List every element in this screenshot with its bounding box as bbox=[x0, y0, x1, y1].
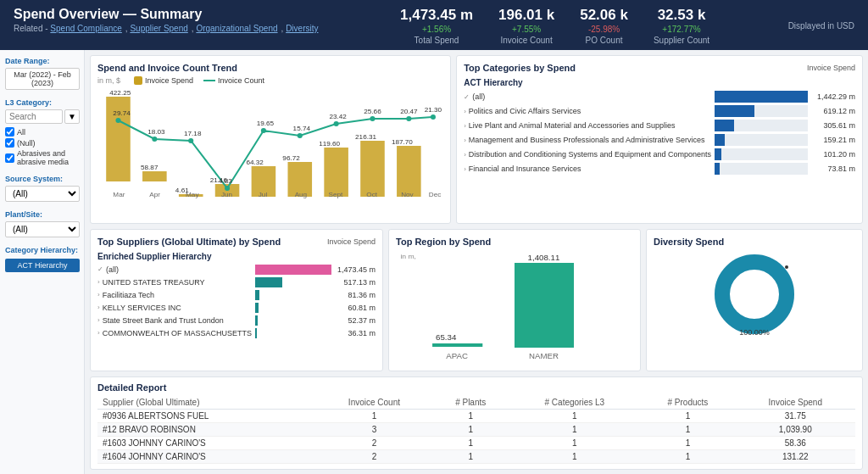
sup-row-treasury[interactable]: › UNITED STATES TREASURY 517.13 m bbox=[97, 277, 376, 287]
cell-supplier: #1603 JOHNNY CARINO'S bbox=[97, 437, 316, 450]
legend-invoice-spend: Invoice Spend bbox=[134, 76, 193, 85]
cat-bar-finance bbox=[715, 163, 720, 175]
metric-invoice-count: 196.01 k +7.55% Invoice Count bbox=[498, 7, 554, 45]
plant-site-label: Plant/Site: bbox=[5, 210, 79, 219]
checkbox-all-input[interactable] bbox=[5, 127, 14, 137]
chart-legend: in m, $ Invoice Spend Invoice Count bbox=[97, 76, 443, 85]
category-hierarchy-btn[interactable]: ACT Hierarchy bbox=[5, 259, 80, 272]
sup-value-treasury: 517.13 m bbox=[335, 278, 376, 287]
detailed-report-title: Detailed Report bbox=[97, 382, 855, 393]
source-system-select[interactable]: (All) bbox=[5, 186, 80, 202]
cat-row-politics[interactable]: › Politics and Civic Affairs Services 61… bbox=[464, 105, 855, 117]
l3-category-label: L3 Category: bbox=[5, 98, 79, 107]
main-content: Date Range: Mar (2022) - Feb (2023) L3 C… bbox=[0, 50, 868, 474]
svg-text:187.70: 187.70 bbox=[392, 138, 413, 146]
cat-row-finance[interactable]: › Financial and Insurance Services 73.81… bbox=[464, 163, 855, 175]
cat-row-plant[interactable]: › Live Plant and Animal Material and Acc… bbox=[464, 120, 855, 131]
svg-rect-7 bbox=[360, 141, 385, 197]
chevron-icon-all: ✓ bbox=[464, 93, 470, 101]
date-range-value[interactable]: Mar (2022) - Feb (2023) bbox=[5, 68, 80, 90]
sup-bar-commonwealth-bg bbox=[255, 328, 331, 338]
chevron-sup-statestreet: › bbox=[97, 316, 100, 324]
source-system-label: Source System: bbox=[5, 175, 79, 183]
table-row[interactable]: #1603 JOHNNY CARINO'S 2 1 1 1 58.36 bbox=[97, 437, 855, 450]
cell-plants: 1 bbox=[432, 450, 509, 464]
table-row[interactable]: #0936 ALBERTSONS FUEL 1 1 1 1 31.75 bbox=[97, 410, 855, 423]
invoice-count-change: +7.55% bbox=[498, 25, 554, 34]
diversity-title: Diversity Spend bbox=[654, 237, 855, 247]
diversity-spend-card: Diversity Spend 100.00% bbox=[646, 229, 863, 371]
svg-rect-6 bbox=[324, 148, 348, 197]
category-hierarchy-label: Category Hierarchy: bbox=[5, 246, 79, 254]
top-suppliers-card: Top Suppliers (Global Ultimate) by Spend… bbox=[90, 229, 383, 371]
cat-name-dist: Distribution and Conditioning Systems an… bbox=[469, 150, 711, 159]
svg-text:Mar: Mar bbox=[113, 191, 125, 198]
main-content-area: Spend and Invoice Count Trend in m, $ In… bbox=[85, 50, 868, 474]
table-row[interactable]: #12 BRAVO ROBINSON 3 1 1 1 1,039.90 bbox=[97, 423, 855, 437]
cell-products: 1 bbox=[640, 410, 735, 423]
svg-point-13 bbox=[261, 128, 266, 133]
cat-bar-all bbox=[715, 91, 808, 103]
donut-chart-svg: 100.00% bbox=[704, 250, 805, 343]
invoice-spend-header: Invoice Spend bbox=[807, 64, 855, 72]
metric-supplier-count: 32.53 k +172.77% Supplier Count bbox=[654, 7, 709, 45]
svg-point-59 bbox=[785, 265, 788, 269]
act-hierarchy-label: ACT Hierarchy bbox=[464, 78, 855, 87]
sup-row-kelly[interactable]: › KELLY SERVICES INC 60.81 m bbox=[97, 303, 376, 313]
sup-row-facilitiaza[interactable]: › Facilitiaza Tech 81.36 m bbox=[97, 290, 376, 300]
svg-text:Apr: Apr bbox=[149, 191, 160, 198]
filter-icon-btn[interactable]: ▼ bbox=[64, 109, 80, 124]
cat-row-dist[interactable]: › Distribution and Conditioning Systems … bbox=[464, 148, 855, 160]
checkbox-null-input[interactable] bbox=[5, 138, 14, 148]
chevron-sup-facilitiaza: › bbox=[97, 291, 100, 298]
supplier-count-label: Supplier Count bbox=[654, 36, 709, 45]
col-plants: # Plants bbox=[432, 396, 509, 410]
sup-bar-facilitiaza bbox=[255, 290, 259, 300]
suppliers-hierarchy-label: Enriched Supplier Hierarchy bbox=[97, 252, 376, 261]
po-count-label: PO Count bbox=[580, 36, 628, 45]
cell-supplier: #12 BRAVO ROBINSON bbox=[97, 423, 316, 437]
cell-cat-l3: 1 bbox=[509, 450, 640, 464]
col-spend: Invoice Spend bbox=[736, 396, 855, 410]
cell-plants: 1 bbox=[432, 423, 509, 437]
search-row: ▼ bbox=[5, 109, 79, 124]
sup-name-statestreet: State Street Bank and Trust London bbox=[103, 316, 252, 325]
cat-bar-politics bbox=[715, 105, 754, 117]
total-spend-value: 1,473.45 m bbox=[400, 7, 473, 24]
cat-row-mgmt[interactable]: › Management and Business Professionals … bbox=[464, 134, 855, 146]
cell-cat-l3: 1 bbox=[509, 437, 640, 450]
svg-text:Jul: Jul bbox=[259, 191, 268, 198]
cell-invoice-count: 2 bbox=[316, 450, 432, 464]
plant-site-select[interactable]: (All) bbox=[5, 221, 80, 237]
related-link-supplier[interactable]: Supplier Spend bbox=[130, 24, 187, 33]
cat-value-mgmt: 159.21 m bbox=[811, 136, 855, 144]
cell-invoice-count: 3 bbox=[316, 423, 432, 437]
chevron-sup-kelly: › bbox=[97, 304, 100, 311]
search-input[interactable] bbox=[5, 109, 63, 124]
sup-bar-kelly-bg bbox=[255, 303, 331, 313]
svg-text:58.87: 58.87 bbox=[141, 164, 159, 171]
cat-row-all[interactable]: ✓ (all) 1,442.29 m bbox=[464, 91, 855, 103]
related-link-diversity[interactable]: Diversity bbox=[286, 24, 318, 33]
checkbox-abrasives-input[interactable] bbox=[5, 153, 14, 163]
sup-row-commonwealth[interactable]: › COMMONWEALTH OF MASSACHUSETTS 36.31 m bbox=[97, 328, 376, 338]
sup-row-all[interactable]: ✓ (all) 1,473.45 m bbox=[97, 265, 376, 275]
cell-spend: 1,039.90 bbox=[736, 423, 855, 437]
sup-value-commonwealth: 36.31 m bbox=[335, 329, 376, 337]
table-row[interactable]: #1604 JOHNNY CARINO'S 2 1 1 1 131.22 bbox=[97, 450, 855, 464]
related-link-compliance[interactable]: Spend Compliance bbox=[50, 24, 122, 33]
page-header: Spend Overview — Summary Related - Spend… bbox=[0, 0, 868, 50]
related-link-org[interactable]: Organizational Spend bbox=[196, 24, 277, 33]
sup-value-kelly: 60.81 m bbox=[335, 304, 376, 312]
cell-products: 1 bbox=[640, 450, 735, 464]
sup-name-treasury: UNITED STATES TREASURY bbox=[103, 278, 252, 287]
svg-text:18.03: 18.03 bbox=[147, 128, 165, 136]
svg-text:23.42: 23.42 bbox=[329, 113, 347, 120]
related-label: Related - bbox=[14, 24, 48, 33]
cell-cat-l3: 1 bbox=[509, 423, 640, 437]
suppliers-invoice-spend-header: Invoice Spend bbox=[327, 237, 376, 246]
svg-point-14 bbox=[298, 133, 303, 138]
sup-row-statestreet[interactable]: › State Street Bank and Trust London 52.… bbox=[97, 315, 376, 326]
cell-invoice-count: 2 bbox=[316, 437, 432, 450]
row-1: Spend and Invoice Count Trend in m, $ In… bbox=[90, 55, 863, 224]
